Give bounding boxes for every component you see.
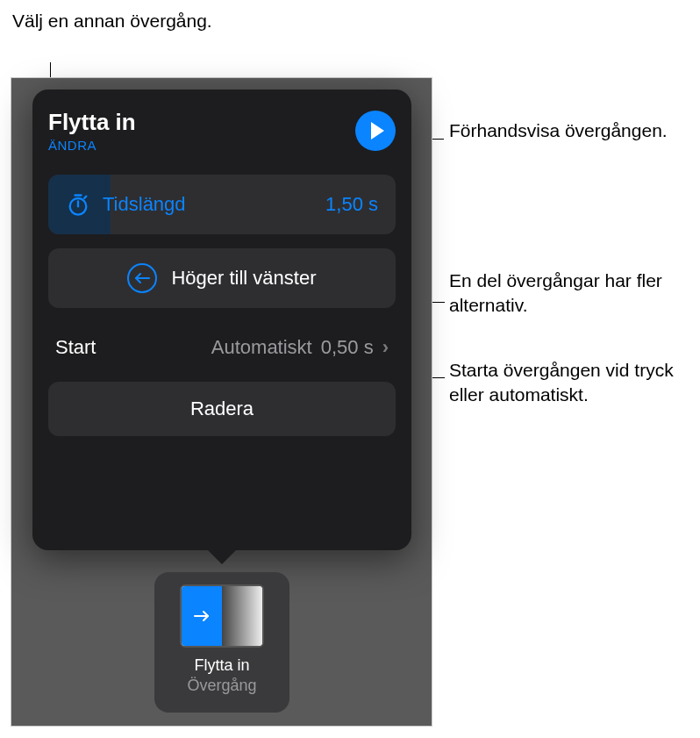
- arrow-right-icon: [193, 610, 211, 622]
- chevron-right-icon: ›: [382, 336, 389, 359]
- callout-change: Välj en annan övergång.: [12, 9, 212, 33]
- delete-button[interactable]: Radera: [48, 382, 396, 436]
- duration-label: Tidslängd: [103, 193, 186, 216]
- start-value-group: Automatiskt 0,50 s ›: [211, 336, 389, 359]
- play-icon: [371, 122, 384, 140]
- arrow-left-icon: [127, 263, 157, 293]
- start-row[interactable]: Start Automatiskt 0,50 s ›: [48, 322, 396, 382]
- title-block: Flytta in ÄNDRA: [48, 109, 136, 153]
- callout-start: Starta övergången vid tryck eller automa…: [449, 358, 700, 408]
- popover-header: Flytta in ÄNDRA: [48, 109, 396, 153]
- screenshot-frame: Flytta in ÄNDRA Tidslängd 1: [11, 77, 432, 727]
- start-delay: 0,50 s: [321, 336, 374, 359]
- direction-button[interactable]: Höger till vänster: [48, 248, 396, 308]
- svg-line-3: [84, 197, 86, 198]
- transition-popover: Flytta in ÄNDRA Tidslängd 1: [32, 90, 411, 550]
- thumbnail-preview: [180, 584, 264, 648]
- thumbnail-subtitle: Övergång: [187, 677, 256, 695]
- transition-title: Flytta in: [48, 109, 136, 136]
- start-label: Start: [55, 336, 96, 359]
- thumbnail-name: Flytta in: [194, 656, 249, 675]
- callout-options: En del övergångar har fler alternativ.: [449, 269, 700, 319]
- popover-tail: [206, 548, 238, 564]
- duration-value: 1,50 s: [325, 193, 378, 216]
- start-mode: Automatiskt: [211, 336, 312, 359]
- preview-play-button[interactable]: [355, 111, 396, 151]
- callout-preview: Förhandsvisa övergången.: [449, 118, 668, 143]
- change-button[interactable]: ÄNDRA: [48, 138, 136, 153]
- timer-icon: [66, 192, 90, 217]
- transition-thumbnail[interactable]: Flytta in Övergång: [154, 572, 289, 713]
- direction-label: Höger till vänster: [171, 267, 316, 290]
- duration-slider[interactable]: Tidslängd 1,50 s: [48, 175, 396, 234]
- delete-label: Radera: [190, 398, 254, 420]
